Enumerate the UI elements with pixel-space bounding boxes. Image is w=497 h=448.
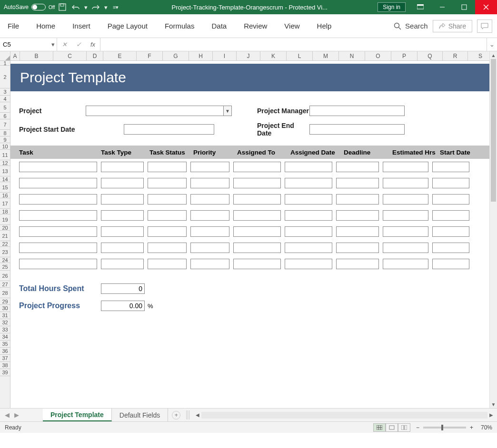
row-header[interactable]: 19 xyxy=(0,214,10,225)
scrollbar-thumb[interactable] xyxy=(491,59,496,202)
formula-input[interactable] xyxy=(100,38,487,51)
table-cell[interactable] xyxy=(190,162,229,172)
column-header[interactable]: B xyxy=(20,51,53,60)
row-header[interactable]: 12 xyxy=(0,160,10,166)
progress-value[interactable]: 0.00 xyxy=(101,301,145,311)
row-header[interactable]: 6 xyxy=(0,113,10,119)
column-header[interactable]: J xyxy=(237,51,260,60)
tab-page-layout[interactable]: Page Layout xyxy=(106,19,149,33)
column-header[interactable]: P xyxy=(391,51,417,60)
table-cell[interactable] xyxy=(190,194,229,205)
row-header[interactable]: 13 xyxy=(0,166,10,176)
row-header[interactable]: 31 xyxy=(0,312,10,319)
row-header[interactable]: 25 xyxy=(0,263,10,271)
column-header[interactable]: Q xyxy=(417,51,443,60)
tab-nav-arrows[interactable]: ◀ ▶ xyxy=(0,409,24,421)
table-cell[interactable] xyxy=(233,194,281,205)
row-header[interactable]: 20 xyxy=(0,225,10,231)
column-header[interactable]: D xyxy=(87,51,103,60)
zoom-controls[interactable]: − + 70% xyxy=(416,424,492,431)
row-header[interactable]: 34 xyxy=(0,333,10,341)
zoom-in-icon[interactable]: + xyxy=(470,424,473,431)
column-header[interactable]: I xyxy=(213,51,237,60)
table-cell[interactable] xyxy=(336,226,379,237)
table-cell[interactable] xyxy=(432,194,469,205)
table-cell[interactable] xyxy=(190,210,229,221)
zoom-slider[interactable] xyxy=(423,427,466,429)
table-cell[interactable] xyxy=(336,194,379,205)
cancel-formula-icon[interactable]: ✕ xyxy=(57,41,71,48)
tab-prev-icon[interactable]: ◀ xyxy=(5,411,10,419)
table-cell[interactable] xyxy=(233,243,281,253)
table-cell[interactable] xyxy=(285,162,332,172)
total-hours-value[interactable]: 0 xyxy=(101,283,145,294)
table-cell[interactable] xyxy=(432,162,469,172)
sign-in-button[interactable]: Sign in xyxy=(378,2,406,12)
row-header[interactable]: 15 xyxy=(0,182,10,193)
tab-splitter[interactable] xyxy=(186,410,190,419)
add-sheet-button[interactable]: + xyxy=(172,411,180,419)
scroll-right-icon[interactable]: ▶ xyxy=(487,412,495,418)
table-cell[interactable] xyxy=(383,194,428,205)
tab-home[interactable]: Home xyxy=(34,19,57,33)
normal-view-button[interactable] xyxy=(373,423,386,432)
undo-dropdown-icon[interactable]: ▾ xyxy=(83,1,88,13)
column-header[interactable]: M xyxy=(313,51,339,60)
project-manager-input[interactable] xyxy=(309,106,405,116)
table-cell[interactable] xyxy=(19,243,97,253)
tab-data[interactable]: Data xyxy=(209,19,229,33)
vertical-scrollbar[interactable]: ▲ ▼ xyxy=(489,51,497,408)
search-button[interactable]: Search xyxy=(394,22,428,30)
table-cell[interactable] xyxy=(101,243,144,253)
autosave-toggle[interactable]: AutoSave Off xyxy=(4,4,55,10)
scroll-left-icon[interactable]: ◀ xyxy=(194,412,201,418)
close-button[interactable] xyxy=(475,0,497,14)
column-header[interactable]: O xyxy=(365,51,391,60)
row-header[interactable]: 36 xyxy=(0,348,10,355)
worksheet-area[interactable]: Project Template Project ▼ Project Manag… xyxy=(10,61,489,408)
table-cell[interactable] xyxy=(336,162,379,172)
table-cell[interactable] xyxy=(148,259,187,269)
tab-file[interactable]: File xyxy=(6,19,21,33)
column-header[interactable]: K xyxy=(260,51,287,60)
table-cell[interactable] xyxy=(285,243,332,253)
table-cell[interactable] xyxy=(101,226,144,237)
row-header[interactable]: 26 xyxy=(0,271,10,281)
scroll-down-icon[interactable]: ▼ xyxy=(490,400,497,408)
table-cell[interactable] xyxy=(432,259,469,269)
table-cell[interactable] xyxy=(190,226,229,237)
minimize-button[interactable] xyxy=(431,0,453,14)
page-layout-view-button[interactable] xyxy=(386,423,398,432)
horizontal-scrollbar[interactable]: ◀ ▶ xyxy=(192,409,497,421)
row-header[interactable]: 23 xyxy=(0,247,10,257)
zoom-level[interactable]: 70% xyxy=(481,424,492,431)
tab-view[interactable]: View xyxy=(282,19,301,33)
share-button[interactable]: Share xyxy=(433,20,472,32)
ribbon-display-icon[interactable] xyxy=(409,0,431,14)
table-cell[interactable] xyxy=(101,162,144,172)
row-header[interactable]: 37 xyxy=(0,355,10,362)
table-cell[interactable] xyxy=(285,226,332,237)
row-header[interactable]: 38 xyxy=(0,362,10,369)
table-cell[interactable] xyxy=(336,210,379,221)
table-cell[interactable] xyxy=(101,210,144,221)
table-cell[interactable] xyxy=(19,210,97,221)
row-header[interactable]: 33 xyxy=(0,326,10,333)
table-cell[interactable] xyxy=(148,210,187,221)
table-cell[interactable] xyxy=(285,178,332,188)
qat-customize-icon[interactable]: ≡▾ xyxy=(110,1,121,13)
table-cell[interactable] xyxy=(432,243,469,253)
column-header[interactable]: F xyxy=(137,51,163,60)
select-all-corner[interactable] xyxy=(0,51,10,61)
row-header[interactable]: 14 xyxy=(0,176,10,182)
page-break-view-button[interactable] xyxy=(398,423,410,432)
table-cell[interactable] xyxy=(19,226,97,237)
table-cell[interactable] xyxy=(190,178,229,188)
table-cell[interactable] xyxy=(101,178,144,188)
name-box[interactable]: C5 ▾ xyxy=(0,38,57,51)
row-header[interactable]: 11 xyxy=(0,150,10,160)
table-cell[interactable] xyxy=(190,259,229,269)
dropdown-arrow-icon[interactable]: ▼ xyxy=(223,106,232,116)
table-cell[interactable] xyxy=(233,259,281,269)
row-header[interactable]: 1 xyxy=(0,61,10,66)
